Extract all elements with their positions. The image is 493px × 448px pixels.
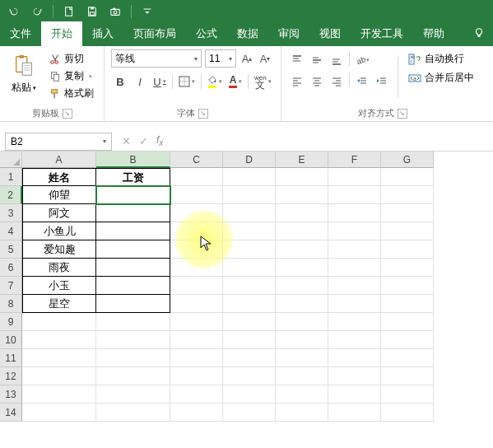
save-button[interactable] (83, 2, 101, 21)
cell[interactable] (381, 349, 434, 367)
align-right-button[interactable] (328, 72, 346, 91)
cell[interactable] (328, 277, 381, 295)
tab-formulas[interactable]: 公式 (186, 21, 227, 46)
cell[interactable] (223, 404, 276, 422)
cell[interactable] (223, 385, 276, 404)
align-bottom-button[interactable] (328, 51, 346, 69)
cell[interactable] (96, 313, 170, 331)
cell[interactable] (223, 367, 276, 385)
spreadsheet-grid[interactable]: ABCDEFG 1姓名工资2仰望3阿文4小鱼儿5爱知趣6雨夜7小玉8星空9101… (0, 152, 493, 422)
align-middle-button[interactable] (308, 51, 326, 69)
cell[interactable] (381, 186, 434, 204)
cell[interactable] (381, 313, 434, 331)
cell[interactable] (96, 404, 170, 422)
cell[interactable] (276, 295, 328, 313)
decrease-indent-button[interactable] (353, 72, 371, 91)
fill-color-button[interactable]: ▾ (205, 72, 225, 91)
accept-formula-button[interactable]: ✓ (139, 135, 148, 147)
cell[interactable]: 小玉 (22, 277, 96, 295)
cell[interactable] (328, 349, 381, 367)
row-header[interactable]: 1 (0, 168, 22, 186)
cell[interactable]: 爱知趣 (22, 240, 96, 259)
cell[interactable]: 姓名 (22, 168, 96, 186)
cell[interactable] (223, 295, 276, 313)
row-header[interactable]: 10 (0, 331, 22, 349)
row-header[interactable]: 2 (0, 186, 22, 204)
tell-me-button[interactable] (465, 22, 493, 46)
row-header[interactable]: 3 (0, 204, 22, 222)
cell[interactable] (381, 168, 434, 186)
cell[interactable] (276, 204, 328, 222)
cell[interactable] (276, 313, 328, 331)
cell[interactable] (328, 331, 381, 349)
cell[interactable] (170, 404, 223, 422)
decrease-font-button[interactable]: A▾ (258, 50, 272, 67)
orientation-button[interactable]: ab▾ (353, 51, 371, 69)
cell[interactable] (22, 385, 96, 404)
cell[interactable] (381, 295, 434, 313)
cell[interactable] (328, 385, 381, 404)
cell[interactable] (170, 204, 223, 222)
cell[interactable] (170, 259, 223, 277)
cell[interactable]: 星空 (22, 295, 96, 313)
cell[interactable] (170, 295, 223, 313)
new-doc-button[interactable] (60, 2, 78, 21)
cell[interactable] (276, 168, 328, 186)
copy-button[interactable]: 复制▾ (46, 68, 97, 84)
font-launcher[interactable]: ↘ (198, 109, 208, 119)
col-header-C[interactable]: C (170, 152, 223, 168)
cell[interactable] (170, 277, 223, 295)
bold-button[interactable]: B (111, 72, 129, 91)
col-header-F[interactable]: F (328, 152, 381, 168)
font-name-combo[interactable]: 等线▾ (111, 49, 202, 68)
fx-icon[interactable]: fx (156, 134, 163, 147)
row-header[interactable]: 5 (0, 240, 22, 259)
cell[interactable] (328, 168, 381, 186)
clipboard-launcher[interactable]: ↘ (63, 109, 72, 119)
cell[interactable] (381, 222, 434, 240)
cell[interactable] (276, 186, 328, 204)
increase-indent-button[interactable] (373, 72, 391, 91)
col-header-B[interactable]: B (96, 152, 170, 168)
cell[interactable] (96, 222, 170, 240)
cell[interactable] (328, 204, 381, 222)
qat-customize-button[interactable] (138, 2, 156, 21)
cancel-formula-button[interactable]: ✕ (122, 135, 131, 147)
cell[interactable] (96, 385, 170, 404)
cell[interactable] (223, 349, 276, 367)
cell[interactable] (276, 404, 328, 422)
cell[interactable] (223, 240, 276, 259)
row-header[interactable]: 4 (0, 222, 22, 240)
cell[interactable] (381, 204, 434, 222)
row-header[interactable]: 9 (0, 313, 22, 331)
wrap-text-button[interactable]: abc自动换行 (405, 51, 477, 67)
cell[interactable] (223, 331, 276, 349)
col-header-E[interactable]: E (276, 152, 328, 168)
merge-center-button[interactable]: a合并后居中 (405, 70, 477, 86)
cell[interactable] (223, 277, 276, 295)
cell[interactable] (170, 186, 223, 204)
cell[interactable] (96, 259, 170, 277)
cell[interactable] (96, 204, 170, 222)
cell[interactable] (328, 367, 381, 385)
cell[interactable] (381, 404, 434, 422)
cut-button[interactable]: 剪切 (46, 51, 97, 67)
cell[interactable]: 仰望 (22, 186, 96, 204)
increase-font-button[interactable]: A▴ (240, 50, 254, 67)
cell[interactable] (170, 385, 223, 404)
row-header[interactable]: 14 (0, 404, 22, 422)
cell[interactable] (328, 404, 381, 422)
name-box[interactable]: B2▾ (5, 133, 112, 151)
cell[interactable] (22, 349, 96, 367)
font-color-button[interactable]: A▾ (226, 72, 244, 91)
col-header-A[interactable]: A (22, 152, 96, 168)
alignment-launcher[interactable]: ↘ (398, 109, 407, 119)
cell[interactable] (170, 331, 223, 349)
tab-insert[interactable]: 插入 (82, 21, 123, 46)
cell[interactable] (328, 186, 381, 204)
tab-file[interactable]: 文件 (0, 21, 41, 46)
cell[interactable] (276, 367, 328, 385)
col-header-D[interactable]: D (223, 152, 276, 168)
cell[interactable] (276, 222, 328, 240)
tab-dev[interactable]: 开发工具 (351, 21, 413, 46)
